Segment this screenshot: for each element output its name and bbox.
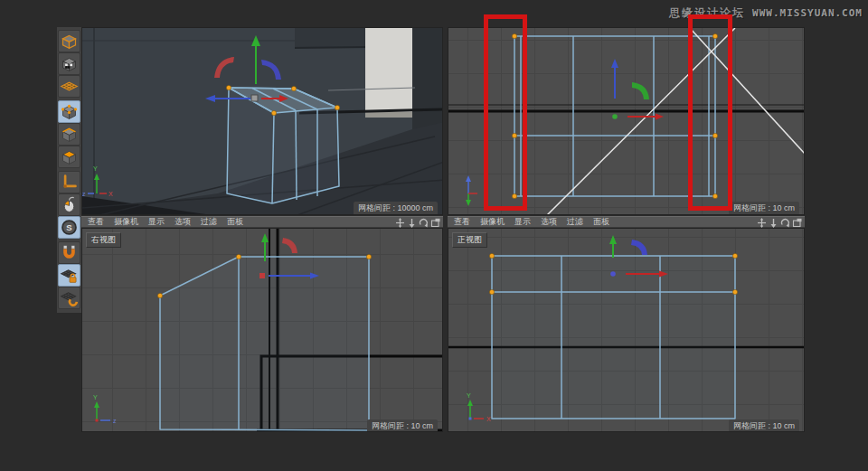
menu-filter[interactable]: 过滤: [567, 217, 583, 227]
world-axis-indicator: Y X: [467, 392, 491, 422]
toggle-view-icon[interactable]: [792, 218, 802, 228]
gizmo-rotate-band[interactable]: [631, 240, 647, 255]
grid-spacing-label: 网格间距 : 10 cm: [367, 419, 438, 432]
viewport-title[interactable]: 正视图: [452, 232, 487, 248]
zoom-icon[interactable]: [407, 218, 417, 228]
grid-spacing-label: 网格间距 : 10 cm: [729, 419, 799, 432]
tool-polygons-mode[interactable]: [58, 146, 80, 168]
viewport-menubar-left: 查看 摄像机 显示 选项 过滤 面板: [81, 216, 443, 228]
viewport-menubar-right: 查看 摄像机 显示 选项 过滤 面板: [448, 216, 805, 228]
tool-edges-mode[interactable]: [58, 123, 80, 146]
grid-plane-icon: [60, 77, 79, 96]
mode-toolbar: S: [57, 27, 81, 313]
menu-options[interactable]: 选项: [541, 217, 557, 227]
plane-magnet-icon: [60, 288, 79, 307]
rotate-icon[interactable]: [419, 218, 429, 228]
svg-text:Y: Y: [93, 394, 98, 400]
viewport-perspective[interactable]: Y z X 网格间距 : 10000 cm: [81, 27, 443, 215]
viewport-title[interactable]: 右视图: [86, 232, 121, 248]
tool-points-mode[interactable]: [58, 100, 80, 123]
menu-options[interactable]: 选项: [175, 217, 191, 227]
menu-panel[interactable]: 面板: [227, 217, 243, 227]
snap-s-icon: S: [60, 218, 79, 237]
tool-workplane-mode[interactable]: [58, 75, 80, 98]
tool-viewport-solo[interactable]: [58, 193, 80, 216]
viewport-right[interactable]: Y z 右视图 网格间距 : 10 cm: [81, 228, 443, 432]
menu-view[interactable]: 查看: [454, 217, 470, 227]
menu-display[interactable]: 显示: [148, 217, 165, 227]
world-axis-indicator: Y z: [93, 394, 117, 424]
svg-text:X: X: [108, 191, 113, 197]
svg-text:z: z: [113, 418, 117, 424]
front-canvas: Y X: [448, 229, 805, 432]
mouse-icon: [60, 195, 79, 214]
pan-icon[interactable]: [395, 218, 405, 228]
toggle-view-icon[interactable]: [430, 218, 440, 228]
wedge-profile-wireframe[interactable]: [160, 257, 369, 430]
world-axis-indicator: [466, 175, 477, 206]
menu-cameras[interactable]: 摄像机: [480, 217, 505, 227]
menu-filter[interactable]: 过滤: [201, 217, 217, 227]
pan-icon[interactable]: [757, 218, 767, 228]
application-window: 思缘设计论坛 WWW.MISSYUAN.COM: [0, 0, 868, 471]
cube-edges-icon: [60, 125, 79, 144]
camera-frustum-lines: [546, 28, 805, 215]
tool-enable-axis[interactable]: [58, 171, 80, 193]
cube-points-icon: [60, 102, 79, 121]
zoom-icon[interactable]: [769, 218, 778, 228]
cube-polygon-icon: [60, 147, 79, 166]
svg-text:Y: Y: [93, 165, 98, 172]
tool-lock-workplane[interactable]: [58, 264, 80, 287]
right-canvas: Y z: [82, 229, 443, 432]
cube-outline-icon: [60, 32, 79, 51]
annotation-highlight-right-edges: [688, 14, 732, 211]
wedge-model[interactable]: [227, 88, 339, 203]
doorway-light: [365, 28, 412, 112]
tool-model-mode[interactable]: [58, 30, 80, 52]
rotate-icon[interactable]: [780, 218, 790, 228]
grid-spacing-label: 网格间距 : 10 cm: [729, 202, 799, 215]
menu-cameras[interactable]: 摄像机: [114, 217, 138, 227]
tool-snap-workplane[interactable]: [58, 287, 80, 309]
magnet-icon: [60, 243, 79, 262]
plane-lock-icon: [60, 266, 79, 285]
menu-view[interactable]: 查看: [88, 217, 104, 227]
svg-text:X: X: [486, 416, 491, 422]
tool-enable-snap[interactable]: S: [58, 216, 80, 239]
tool-snap-magnet[interactable]: [58, 241, 80, 264]
svg-text:Y: Y: [467, 392, 471, 399]
wedge-front-wireframe[interactable]: [492, 256, 735, 419]
menu-display[interactable]: 显示: [514, 217, 531, 227]
watermark-site-url: WWW.MISSYUAN.COM: [752, 7, 863, 19]
svg-text:z: z: [82, 191, 86, 197]
menu-panel[interactable]: 面板: [593, 217, 609, 227]
cube-checker-icon: [60, 54, 79, 73]
gizmo-rotate-band[interactable]: [282, 238, 297, 253]
tool-texture-mode[interactable]: [58, 52, 80, 75]
annotation-highlight-left-edges: [484, 14, 527, 211]
gizmo-rotate-band[interactable]: [632, 82, 649, 99]
axis-icon: [60, 173, 79, 192]
viewport-front[interactable]: Y X 正视图 网格间距 : 10 cm: [448, 228, 805, 432]
snap-letter: S: [66, 222, 72, 232]
perspective-canvas: Y z X: [82, 28, 443, 215]
grid-spacing-label: 网格间距 : 10000 cm: [354, 202, 438, 215]
